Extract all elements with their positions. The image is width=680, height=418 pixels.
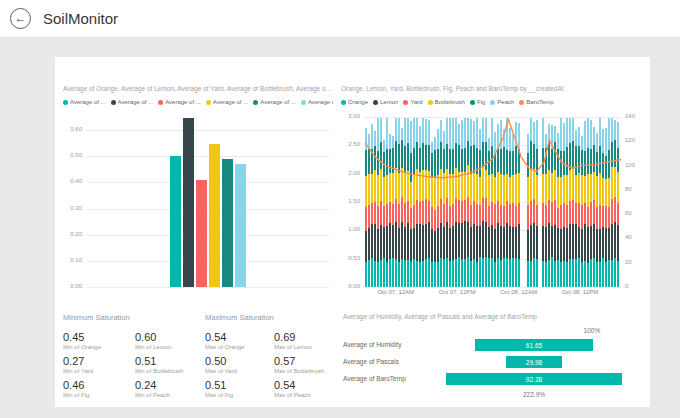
- chart-title: Orange, Lemon, Yard, Bottlebrush, Fig, P…: [341, 83, 643, 95]
- legend-label: Average of ...: [165, 99, 201, 105]
- funnel-row: Average of BaroTemp92.38: [343, 373, 643, 385]
- x-axis-tick: Oct 07, 12AM: [366, 289, 426, 295]
- kpi-card: 0.46Min of Fig: [63, 379, 129, 399]
- left-axis-tick: 1.00: [341, 226, 360, 232]
- funnel-area: Average of Humidity61.65Average of Pasca…: [343, 327, 643, 405]
- y-axis-tick: 0.20: [63, 231, 82, 237]
- legend-label: Average of ...: [213, 99, 249, 105]
- legend-item[interactable]: Average of ...: [111, 99, 154, 105]
- legend-item[interactable]: Average of ...: [253, 99, 296, 105]
- chart-title: Average of Humidity, Average of Pascals …: [343, 311, 643, 323]
- plot-area: 0.000.100.200.300.400.500.60: [63, 117, 333, 287]
- y-axis-tick: 0.30: [63, 205, 82, 211]
- left-axis-tick: 0.50: [341, 255, 360, 261]
- legend-item[interactable]: Bottlebrush: [428, 99, 465, 105]
- legend-dot-icon: [301, 100, 306, 105]
- y-axis-tick: 0.00: [63, 283, 82, 289]
- legend-item[interactable]: Average of ...: [206, 99, 249, 105]
- card-label: Min of Bottlebrush: [135, 367, 201, 375]
- legend-label: Average of ...: [260, 99, 296, 105]
- legend-label: Yard: [410, 99, 422, 105]
- kpi-card: 0.45Min of Orange: [63, 331, 129, 351]
- stacked-column-line-chart[interactable]: Orange, Lemon, Yard, Bottlebrush, Fig, P…: [341, 83, 643, 307]
- legend-item[interactable]: Average of ...: [63, 99, 106, 105]
- legend-label: Average of ...: [70, 99, 106, 105]
- right-axis-tick: 100: [625, 162, 641, 168]
- funnel-row: Average of Humidity61.65: [343, 339, 643, 351]
- clustered-column-chart[interactable]: Average of Orange, Average of Lemon, Ave…: [63, 83, 333, 307]
- x-axis-tick: Oct 07, 12PM: [427, 289, 487, 295]
- legend-dot-icon: [373, 100, 378, 105]
- funnel-bar[interactable]: 61.65: [475, 339, 592, 351]
- legend-item[interactable]: Orange: [341, 99, 368, 105]
- legend-dot-icon: [403, 100, 408, 105]
- legend-label: BaroTemp: [526, 99, 553, 105]
- block-title: Minimum Saturation: [63, 313, 201, 326]
- funnel-bottom-percent: 222.9%: [523, 391, 545, 398]
- legend-item[interactable]: Peach: [490, 99, 514, 105]
- column-bar[interactable]: [222, 159, 233, 287]
- column-bar[interactable]: [170, 156, 181, 287]
- funnel-chart[interactable]: Average of Humidity, Average of Pascals …: [343, 311, 643, 405]
- legend-dot-icon: [341, 100, 346, 105]
- column-bar[interactable]: [183, 118, 194, 287]
- back-arrow-icon: ←: [15, 12, 27, 24]
- right-axis-tick: 140: [625, 113, 641, 119]
- card-value: 0.27: [63, 355, 129, 367]
- legend-dot-icon: [428, 100, 433, 105]
- legend-item[interactable]: Fig: [470, 99, 485, 105]
- column-bar[interactable]: [235, 164, 246, 287]
- legend-dot-icon: [470, 100, 475, 105]
- barotemp-line: [365, 117, 621, 287]
- card-label: Max of Lemon: [274, 343, 337, 351]
- card-value: 0.57: [274, 355, 337, 367]
- legend-dot-icon: [519, 100, 524, 105]
- right-axis-tick: 40: [625, 234, 641, 240]
- column-bar[interactable]: [196, 180, 207, 287]
- left-axis-tick: 2.00: [341, 170, 360, 176]
- legend-item[interactable]: Average of ...: [301, 99, 333, 105]
- right-axis-tick: 20: [625, 259, 641, 265]
- funnel-bar[interactable]: 92.38: [446, 373, 622, 385]
- legend-item[interactable]: BaroTemp: [519, 99, 553, 105]
- legend-item[interactable]: Average of ...: [158, 99, 201, 105]
- card-value: 0.54: [274, 379, 337, 391]
- card-value: 0.24: [135, 379, 201, 391]
- legend-label: Lemon: [380, 99, 398, 105]
- legend-dot-icon: [206, 100, 211, 105]
- left-axis-tick: 2.50: [341, 141, 360, 147]
- legend-dot-icon: [490, 100, 495, 105]
- card-value: 0.60: [135, 331, 201, 343]
- kpi-card: 0.57Max of Bottlebrush: [274, 355, 337, 375]
- card-value: 0.51: [135, 355, 201, 367]
- funnel-bar[interactable]: 29.98: [506, 356, 563, 368]
- dashboard-canvas: Average of Orange, Average of Lemon, Ave…: [55, 57, 650, 407]
- funnel-row-label: Average of BaroTemp: [343, 375, 406, 382]
- legend-dot-icon: [111, 100, 116, 105]
- kpi-card: 0.27Min of Yard: [63, 355, 129, 375]
- legend-item[interactable]: Yard: [403, 99, 422, 105]
- kpi-card: 0.54Max of Peach: [274, 379, 337, 399]
- top-app-bar: ← SoilMonitor: [0, 0, 680, 38]
- cards-grid: 0.54Max of Orange0.69Max of Lemon0.50Max…: [205, 331, 337, 399]
- legend-item[interactable]: Lemon: [373, 99, 398, 105]
- kpi-card: 0.60Min of Lemon: [135, 331, 201, 351]
- card-label: Max of Orange: [205, 343, 268, 351]
- card-label: Min of Yard: [63, 367, 129, 375]
- legend-dot-icon: [63, 100, 68, 105]
- back-button[interactable]: ←: [10, 8, 31, 29]
- maximum-saturation-cards[interactable]: Maximum Saturation 0.54Max of Orange0.69…: [205, 313, 337, 399]
- card-value: 0.51: [205, 379, 268, 391]
- left-axis-tick: 3.00: [341, 113, 360, 119]
- column-bar[interactable]: [209, 144, 220, 287]
- chart-title: Average of Orange, Average of Lemon, Ave…: [63, 83, 333, 95]
- legend-label: Orange: [348, 99, 368, 105]
- funnel-row-label: Average of Humidity: [343, 341, 401, 348]
- column-group: [170, 118, 248, 287]
- card-label: Min of Orange: [63, 343, 129, 351]
- kpi-card: 0.54Max of Orange: [205, 331, 268, 351]
- minimum-saturation-cards[interactable]: Minimum Saturation 0.45Min of Orange0.60…: [63, 313, 201, 399]
- legend-label: Average of ...: [118, 99, 154, 105]
- card-label: Min of Peach: [135, 391, 201, 399]
- gridline: [87, 287, 329, 288]
